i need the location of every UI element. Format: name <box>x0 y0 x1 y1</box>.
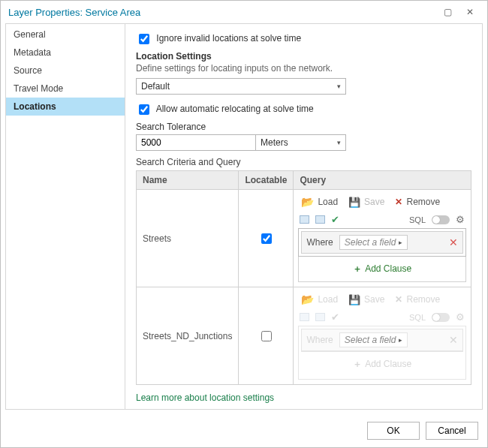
sql-label: SQL <box>409 313 426 322</box>
preset-dropdown[interactable]: Default ▾ <box>136 78 346 95</box>
field-list-icon <box>300 313 309 321</box>
chevron-down-icon: ▾ <box>337 83 341 90</box>
sidebar-item-general[interactable]: General <box>6 26 125 44</box>
query-cell: 📂Load 💾Save ✕Remove ✔ SQL ⚙ <box>294 190 471 287</box>
field-list-icon[interactable] <box>315 215 325 224</box>
location-settings-desc: Define settings for locating inputs on t… <box>136 63 471 74</box>
ignore-invalid-label: Ignore invalid locations at solve time <box>156 33 301 44</box>
allow-auto-checkbox[interactable] <box>139 104 149 115</box>
gear-icon[interactable]: ⚙ <box>456 214 465 225</box>
validate-icon[interactable]: ✔ <box>331 214 339 225</box>
query-cell: 📂Load 💾Save ✕Remove ✔ SQL ⚙ <box>294 287 471 385</box>
dialog-window: Layer Properties: Service Area ▢ ✕ Gener… <box>0 0 488 448</box>
clause-container: Where Select a field ▸ ✕ <box>298 228 466 257</box>
ok-button[interactable]: OK <box>367 422 420 440</box>
save-button: 💾Save <box>348 294 384 305</box>
preset-value: Default <box>141 81 170 92</box>
content-panel: Ignore invalid locations at solve time L… <box>125 23 483 410</box>
ignore-invalid-row: Ignore invalid locations at solve time <box>136 32 471 47</box>
close-icon[interactable]: ✕ <box>459 7 481 17</box>
chevron-down-icon: ▸ <box>399 239 402 246</box>
window-title: Layer Properties: Service Area <box>8 7 436 18</box>
allow-auto-row: Allow automatic relocating at solve time <box>136 102 471 117</box>
maximize-icon[interactable]: ▢ <box>436 7 459 17</box>
remove-icon: ✕ <box>395 197 402 207</box>
tolerance-units-dropdown[interactable]: Meters ▾ <box>256 134 346 151</box>
where-label: Where <box>306 237 333 248</box>
load-button[interactable]: 📂Load <box>301 196 338 208</box>
table-row: Streets_ND_Junctions 📂Load 💾Save ✕Remove <box>137 287 471 385</box>
folder-icon: 📂 <box>301 293 314 305</box>
field-list-icon <box>315 313 325 321</box>
learn-more-link[interactable]: Learn more about location settings <box>136 392 274 403</box>
sidebar-item-travel-mode[interactable]: Travel Mode <box>6 80 125 98</box>
folder-icon: 📂 <box>301 196 314 208</box>
field-list-icon[interactable] <box>300 215 309 224</box>
remove-button[interactable]: ✕Remove <box>395 197 440 207</box>
where-label: Where <box>306 335 333 345</box>
tolerance-label: Search Tolerance <box>136 122 471 132</box>
save-icon: 💾 <box>348 197 360 208</box>
sidebar-item-source[interactable]: Source <box>6 62 125 80</box>
plus-icon: ＋ <box>353 359 362 369</box>
remove-icon: ✕ <box>395 294 402 305</box>
save-button[interactable]: 💾Save <box>348 197 384 208</box>
clause-row: Where Select a field ▸ ✕ <box>301 329 463 351</box>
location-settings-heading: Location Settings <box>136 51 471 62</box>
allow-auto-label: Allow automatic relocating at solve time <box>156 104 314 114</box>
field-dropdown[interactable]: Select a field ▸ <box>339 235 408 250</box>
sql-label: SQL <box>409 215 426 224</box>
plus-icon: ＋ <box>353 263 362 274</box>
chevron-down-icon: ▸ <box>399 336 402 344</box>
add-clause-button: ＋Add Clause <box>301 351 463 377</box>
criteria-label: Search Criteria and Query <box>136 157 471 167</box>
gear-icon: ⚙ <box>456 311 465 323</box>
col-query: Query <box>294 171 471 190</box>
remove-button: ✕Remove <box>395 294 440 305</box>
save-icon: 💾 <box>348 294 360 305</box>
cancel-button[interactable]: Cancel <box>426 422 478 440</box>
sql-toggle <box>432 313 450 322</box>
field-dropdown: Select a field ▸ <box>339 332 408 347</box>
table-row: Streets 📂Load 💾Save ✕Remove ✔ <box>137 190 471 287</box>
add-clause-button[interactable]: ＋Add Clause <box>298 257 466 282</box>
row-locatable-checkbox[interactable] <box>261 331 272 341</box>
sidebar-item-locations[interactable]: Locations <box>6 98 125 116</box>
chevron-down-icon: ▾ <box>337 139 341 146</box>
col-locatable: Locatable <box>239 171 294 190</box>
row-name: Streets <box>137 190 239 287</box>
ignore-invalid-checkbox[interactable] <box>139 34 149 44</box>
row-name: Streets_ND_Junctions <box>137 287 239 385</box>
col-name: Name <box>137 171 239 190</box>
validate-icon: ✔ <box>331 311 339 323</box>
dialog-footer: OK Cancel <box>1 414 487 447</box>
load-button: 📂Load <box>301 293 338 305</box>
dialog-body: General Metadata Source Travel Mode Loca… <box>1 23 487 414</box>
clause-row: Where Select a field ▸ ✕ <box>301 231 463 254</box>
sql-toggle[interactable] <box>432 215 450 224</box>
delete-clause-icon: ✕ <box>449 334 458 346</box>
sidebar-item-metadata[interactable]: Metadata <box>6 44 125 62</box>
clause-container: Where Select a field ▸ ✕ ＋Add Clause <box>298 326 466 380</box>
tolerance-units-value: Meters <box>261 137 288 148</box>
delete-clause-icon[interactable]: ✕ <box>449 236 458 248</box>
titlebar: Layer Properties: Service Area ▢ ✕ <box>1 1 487 23</box>
criteria-table: Name Locatable Query Streets 📂Load 💾Save <box>136 170 471 385</box>
tolerance-input[interactable] <box>136 134 256 151</box>
row-locatable-checkbox[interactable] <box>261 233 272 244</box>
sidebar: General Metadata Source Travel Mode Loca… <box>5 23 125 410</box>
